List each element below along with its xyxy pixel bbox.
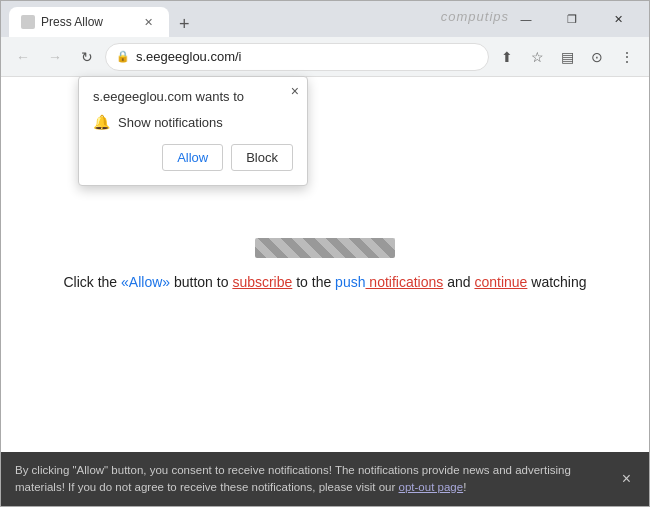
click-text: Click the (63, 274, 121, 290)
popup-close-button[interactable]: × (291, 83, 299, 99)
browser-tab[interactable]: Press Allow ✕ (9, 7, 169, 37)
loading-bar (255, 238, 395, 258)
bottom-bar-content: By clicking "Allow" button, you consent … (15, 464, 571, 493)
new-tab-button[interactable]: + (173, 12, 196, 37)
brand-name: computips (441, 9, 509, 24)
allow-button[interactable]: Allow (162, 144, 223, 171)
back-button[interactable]: ← (9, 43, 37, 71)
and-text: and (443, 274, 474, 290)
show-notifications-label: Show notifications (118, 115, 223, 130)
opt-out-link[interactable]: opt-out page (399, 481, 464, 493)
profile-icon[interactable]: ⊙ (583, 43, 611, 71)
address-bar[interactable]: 🔒 s.eegeeglou.com/i (105, 43, 489, 71)
page-message: Click the «Allow» button to subscribe to… (63, 274, 586, 290)
tab-favicon (21, 15, 35, 29)
lock-icon: 🔒 (116, 50, 130, 63)
menu-icon[interactable]: ⋮ (613, 43, 641, 71)
forward-button[interactable]: → (41, 43, 69, 71)
address-text: s.eegeeglou.com/i (136, 49, 478, 64)
push-text: push (335, 274, 365, 290)
bookmark-icon[interactable]: ☆ (523, 43, 551, 71)
notifications-text: notifications (365, 274, 443, 290)
block-button[interactable]: Block (231, 144, 293, 171)
popup-title: s.eegeeglou.com wants to (93, 89, 293, 104)
restore-button[interactable]: ❐ (549, 1, 595, 37)
bottom-bar-text: By clicking "Allow" button, you consent … (15, 462, 608, 497)
allow-close-text: » (162, 274, 170, 290)
subscribe-text: subscribe (232, 274, 292, 290)
bottom-bar-close-button[interactable]: × (618, 467, 635, 491)
to-the-text: to the (292, 274, 335, 290)
button-text: button to (170, 274, 232, 290)
close-button[interactable]: ✕ (595, 1, 641, 37)
continue-text: continue (474, 274, 527, 290)
allow-word-text: Allow (129, 274, 162, 290)
tab-close-button[interactable]: ✕ (140, 14, 157, 31)
tab-label: Press Allow (41, 15, 103, 29)
reload-button[interactable]: ↻ (73, 43, 101, 71)
bell-icon: 🔔 (93, 114, 110, 130)
allow-open-text: « (121, 274, 129, 290)
minimize-button[interactable]: — (503, 1, 549, 37)
watching-text: watching (527, 274, 586, 290)
notification-popup: × s.eegeeglou.com wants to 🔔 Show notifi… (78, 76, 308, 186)
extension-icon[interactable]: ▤ (553, 43, 581, 71)
bottom-bar: By clicking "Allow" button, you consent … (1, 452, 649, 507)
share-icon[interactable]: ⬆ (493, 43, 521, 71)
